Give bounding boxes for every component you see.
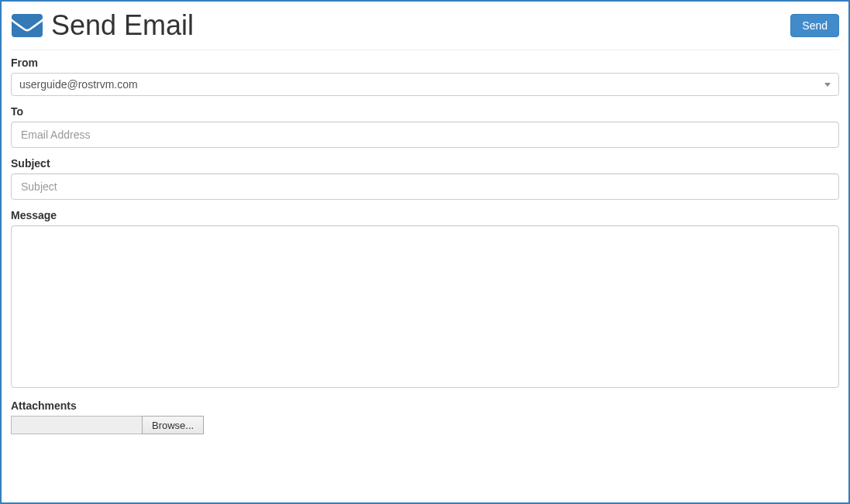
subject-group: Subject [11,157,839,200]
from-selected-value: userguide@rostrvm.com [19,78,820,91]
message-label: Message [11,209,839,221]
from-label: From [11,57,839,69]
attachments-group: Attachments Browse... [11,399,839,434]
from-select[interactable]: userguide@rostrvm.com [11,73,839,96]
envelope-icon [11,14,43,37]
browse-button[interactable]: Browse... [142,416,204,434]
message-textarea[interactable] [11,225,839,388]
subject-input[interactable] [11,173,839,200]
title-wrap: Send Email [11,9,194,42]
send-button[interactable]: Send [790,14,839,37]
to-label: To [11,105,839,118]
file-path-display[interactable] [11,416,143,434]
attachments-label: Attachments [11,399,839,412]
header: Send Email Send [11,9,839,50]
email-form-panel: Send Email Send From userguide@rostrvm.c… [0,0,850,504]
to-group: To [11,105,839,148]
page-title: Send Email [51,9,194,42]
message-group: Message [11,209,839,390]
to-input[interactable] [11,122,839,148]
chevron-down-icon [824,83,831,87]
from-group: From userguide@rostrvm.com [11,57,839,96]
file-input-wrap: Browse... [11,416,839,434]
subject-label: Subject [11,157,839,170]
